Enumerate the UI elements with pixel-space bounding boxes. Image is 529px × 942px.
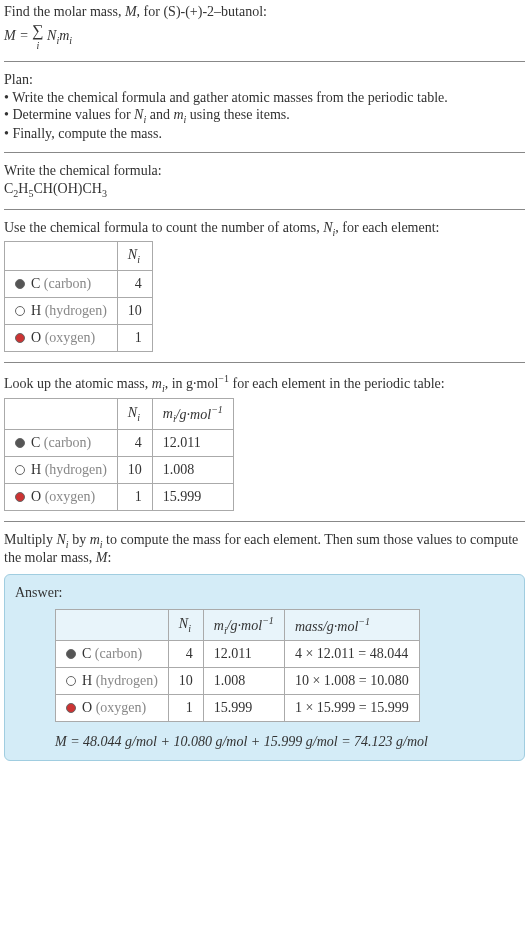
table-header-row: Ni mi/g·mol−1 [5,398,234,429]
col-n: Ni [117,242,152,271]
plan-title: Plan: [4,72,525,88]
col-n: Ni [117,398,152,429]
table-row: C (carbon) 4 12.011 4 × 12.011 = 48.044 [56,641,420,668]
count-table: Ni C (carbon) 4 H (hydrogen) 10 O (oxyge… [4,241,153,352]
final-result: M = 48.044 g/mol + 10.080 g/mol + 15.999… [55,734,514,750]
col-mass: mass/g·mol−1 [284,609,419,640]
carbon-dot-icon [66,649,76,659]
hydrogen-dot-icon [15,306,25,316]
oxygen-dot-icon [15,492,25,502]
plan-item: • Write the chemical formula and gather … [4,90,525,106]
table-row: H (hydrogen) 10 1.008 [5,457,234,484]
table-row: C (carbon) 4 [5,271,153,298]
atomic-title: Look up the atomic mass, mi, in g·mol−1 … [4,373,525,393]
chem-title: Write the chemical formula: [4,163,525,179]
intro-line: Find the molar mass, M, for (S)-(+)-2–bu… [4,4,525,20]
count-title: Use the chemical formula to count the nu… [4,220,525,238]
atomic-mass-section: Look up the atomic mass, mi, in g·mol−1 … [4,373,525,511]
table-header-row: Ni [5,242,153,271]
table-row: C (carbon) 4 12.011 [5,430,234,457]
plan-item: • Determine values for Ni and mi using t… [4,107,525,125]
oxygen-dot-icon [66,703,76,713]
answer-label: Answer: [15,585,514,601]
intro-section: Find the molar mass, M, for (S)-(+)-2–bu… [4,4,525,51]
multiply-section: Multiply Ni by mi to compute the mass fo… [4,532,525,566]
answer-box: Answer: Ni mi/g·mol−1 mass/g·mol−1 C (ca… [4,574,525,761]
oxygen-dot-icon [15,333,25,343]
carbon-dot-icon [15,438,25,448]
divider [4,152,525,153]
table-row: O (oxygen) 1 15.999 [5,484,234,511]
divider [4,61,525,62]
atomic-table: Ni mi/g·mol−1 C (carbon) 4 12.011 H (hyd… [4,398,234,511]
table-header-row: Ni mi/g·mol−1 mass/g·mol−1 [56,609,420,640]
molar-mass-formula: M = ∑i Nimi [4,22,525,51]
divider [4,362,525,363]
chem-formula-section: Write the chemical formula: C2H5CH(OH)CH… [4,163,525,199]
carbon-dot-icon [15,279,25,289]
table-row: O (oxygen) 1 15.999 1 × 15.999 = 15.999 [56,695,420,722]
table-row: H (hydrogen) 10 [5,298,153,325]
answer-table: Ni mi/g·mol−1 mass/g·mol−1 C (carbon) 4 … [55,609,420,722]
plan-item: • Finally, compute the mass. [4,126,525,142]
hydrogen-dot-icon [66,676,76,686]
chem-formula: C2H5CH(OH)CH3 [4,181,525,199]
divider [4,209,525,210]
col-m: mi/g·mol−1 [203,609,284,640]
multiply-title: Multiply Ni by mi to compute the mass fo… [4,532,525,566]
divider [4,521,525,522]
col-n: Ni [168,609,203,640]
hydrogen-dot-icon [15,465,25,475]
table-row: H (hydrogen) 10 1.008 10 × 1.008 = 10.08… [56,668,420,695]
count-section: Use the chemical formula to count the nu… [4,220,525,353]
col-m: mi/g·mol−1 [152,398,233,429]
plan-section: Plan: • Write the chemical formula and g… [4,72,525,142]
table-row: O (oxygen) 1 [5,325,153,352]
